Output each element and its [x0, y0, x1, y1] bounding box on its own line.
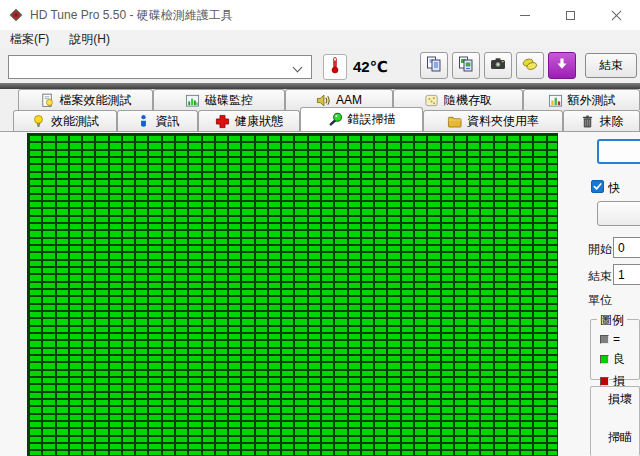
- tab-label: 隨機存取: [444, 92, 492, 109]
- donate-button[interactable]: [516, 52, 544, 79]
- thermometer-icon: [328, 56, 342, 78]
- scan-grid: [27, 133, 558, 456]
- app-icon: [8, 7, 24, 23]
- speaker-icon: [316, 93, 331, 108]
- unscanned-swatch: [600, 335, 609, 344]
- page-lightbulb-icon: [40, 93, 55, 108]
- hd-tune-window: { "window": { "title": "HD Tune Pro 5.50…: [0, 0, 640, 456]
- title-bar: HD Tune Pro 5.50 - 硬碟檢測維護工具: [0, 0, 640, 30]
- tab-label: AAM: [336, 93, 362, 107]
- camera-icon: [489, 55, 507, 77]
- minimize-icon: [520, 15, 530, 16]
- drive-select[interactable]: WDC WUH721816ALE6L4 (16000 gB): [8, 55, 312, 79]
- copy-image-button[interactable]: [452, 52, 480, 79]
- tab-label: 檔案效能測試: [60, 92, 132, 109]
- menu-help[interactable]: 說明(H): [59, 30, 120, 48]
- tab-extra-tests[interactable]: 額外測試: [523, 89, 640, 110]
- tab-label: 資訊: [156, 113, 180, 130]
- legend-groupbox: 圖例 = 良 損: [590, 319, 640, 380]
- unit-label: 單位: [588, 292, 612, 309]
- legend-label: 良: [613, 351, 625, 368]
- legend-title: 圖例: [597, 312, 627, 329]
- scanned-stat-label: 掃瞄: [608, 429, 632, 446]
- minimize-button[interactable]: [502, 0, 547, 30]
- temperature-button[interactable]: [323, 54, 347, 80]
- tab-erase[interactable]: 抹除: [563, 110, 640, 131]
- copy-text-icon: [425, 55, 443, 77]
- close-icon: [611, 10, 622, 21]
- secondary-panel-button[interactable]: [597, 201, 640, 226]
- health-cross-icon: [215, 114, 230, 129]
- maximize-button[interactable]: [547, 0, 593, 30]
- download-arrow-icon: [554, 56, 570, 76]
- legend-row-unscanned: =: [600, 332, 625, 346]
- legend-row-good: 良: [600, 351, 625, 368]
- start-scan-button[interactable]: [597, 139, 640, 164]
- tab-label: 抹除: [600, 113, 624, 130]
- damaged-stat-label: 損壞: [608, 391, 632, 408]
- tab-label: 效能測試: [51, 113, 99, 130]
- check-icon: [593, 182, 602, 191]
- end-field-input[interactable]: [613, 264, 640, 285]
- copy-text-button[interactable]: [420, 52, 448, 79]
- start-field-label: 開始: [588, 241, 612, 258]
- tab-disk-monitor[interactable]: 磁碟監控: [153, 89, 285, 110]
- start-field-input[interactable]: [613, 237, 640, 258]
- mini-chart-icon: [548, 93, 563, 108]
- quick-scan-label: 快: [608, 180, 640, 197]
- menu-file[interactable]: 檔案(F): [0, 30, 59, 48]
- tab-label: 資料夾使用率: [467, 113, 539, 130]
- toolbar: WDC WUH721816ALE6L4 (16000 gB) 42℃ 結束: [0, 48, 640, 83]
- screenshot-button[interactable]: [484, 52, 512, 79]
- exit-button-label: 結束: [599, 58, 623, 72]
- exit-button[interactable]: 結束: [585, 53, 637, 78]
- tab-label: 健康狀態: [235, 113, 283, 130]
- legend-items: = 良 損: [600, 332, 625, 390]
- lightbulb-icon: [31, 114, 46, 129]
- legend-label: =: [613, 332, 620, 346]
- close-button[interactable]: [593, 0, 640, 30]
- damaged-swatch: [600, 377, 609, 386]
- tab-label: 錯誤掃描: [348, 111, 396, 128]
- trash-icon: [580, 114, 595, 129]
- maximize-icon: [566, 11, 575, 20]
- tab-row-2: 效能測試 資訊 健康狀態 錯誤掃描 資料夾使用率 抹除: [13, 110, 640, 131]
- tab-label: 磁碟監控: [205, 92, 253, 109]
- copy-image-icon: [457, 55, 475, 77]
- tab-info[interactable]: 資訊: [117, 110, 198, 131]
- dice-icon: [424, 93, 439, 108]
- stats-groupbox: 損壞 掃瞄: [590, 386, 640, 456]
- tab-file-benchmark[interactable]: 檔案效能測試: [18, 89, 153, 110]
- tab-health[interactable]: 健康狀態: [198, 110, 300, 131]
- tab-label: 額外測試: [568, 92, 616, 109]
- quick-scan-checkbox[interactable]: [591, 180, 604, 193]
- update-button[interactable]: [548, 52, 576, 79]
- bar-chart-icon: [185, 93, 200, 108]
- chevron-down-icon: [293, 63, 303, 73]
- magnifier-icon: [328, 112, 343, 127]
- window-title: HD Tune Pro 5.50 - 硬碟檢測維護工具: [30, 0, 233, 30]
- good-swatch: [600, 355, 609, 364]
- temperature-value: 42℃: [353, 55, 388, 79]
- tab-folder-usage[interactable]: 資料夾使用率: [423, 110, 563, 131]
- menu-bar: 檔案(F) 說明(H): [0, 30, 640, 48]
- coins-icon: [521, 55, 539, 77]
- folder-icon: [447, 114, 462, 129]
- end-field-label: 結束: [588, 268, 612, 285]
- info-person-icon: [136, 114, 151, 129]
- tab-error-scan[interactable]: 錯誤掃描: [300, 107, 423, 131]
- tab-benchmark[interactable]: 效能測試: [13, 110, 117, 131]
